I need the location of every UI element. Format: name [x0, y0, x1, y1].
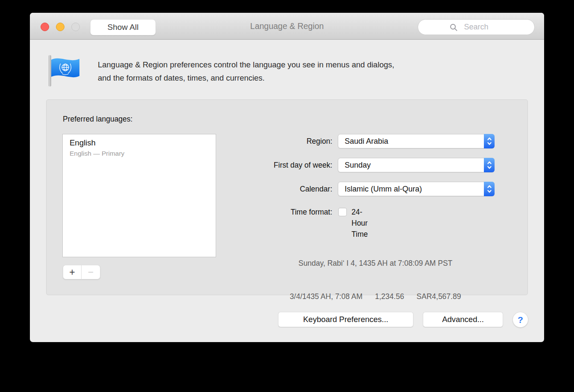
calendar-popup[interactable]: Islamic (Umm al-Qura)	[338, 182, 495, 196]
search-field[interactable]	[418, 19, 535, 35]
preferred-languages-label: Preferred languages:	[63, 115, 132, 124]
title-bar: Language & Region Show All	[30, 13, 544, 40]
keyboard-preferences-button[interactable]: Keyboard Preferences...	[278, 312, 413, 327]
calendar-value: Islamic (Umm al-Qura)	[345, 185, 422, 194]
popup-stepper-icon	[484, 182, 495, 196]
preferences-window: Language & Region Show All	[30, 13, 544, 342]
preview-numbers: 3/4/1435 AH, 7:08 AM 1,234.56 SAR4,567.8…	[252, 291, 499, 302]
close-button[interactable]	[41, 23, 49, 31]
settings-panel: Preferred languages: English English — P…	[46, 99, 528, 295]
zoom-button	[71, 23, 80, 31]
un-flag-icon	[47, 54, 84, 88]
first-day-popup[interactable]: Sunday	[338, 158, 495, 172]
first-day-value: Sunday	[345, 161, 371, 170]
minimize-button[interactable]	[56, 23, 64, 31]
intro-description: Language & Region preferences control th…	[98, 58, 508, 84]
languages-list[interactable]: English English — Primary	[62, 134, 216, 257]
24-hour-checkbox-label: 24-Hour Time	[351, 206, 368, 240]
add-language-button[interactable]: +	[63, 265, 82, 279]
intro-line-1: Language & Region preferences control th…	[98, 58, 508, 71]
preview-datetime: Sunday, Rabiʻ I 4, 1435 AH at 7:08:09 AM…	[252, 258, 499, 269]
time-format-label: Time format:	[226, 206, 332, 218]
format-preview: Sunday, Rabiʻ I 4, 1435 AH at 7:08:09 AM…	[252, 235, 499, 324]
popup-stepper-icon	[484, 134, 495, 148]
region-label: Region:	[226, 134, 332, 148]
region-popup[interactable]: Saudi Arabia	[338, 134, 495, 148]
show-all-button[interactable]: Show All	[90, 19, 156, 35]
list-item[interactable]: English English — Primary	[63, 134, 216, 157]
language-name: English	[70, 138, 216, 148]
intro-line-2: and the formats of dates, times, and cur…	[98, 71, 508, 84]
search-input[interactable]	[418, 20, 534, 35]
language-detail: English — Primary	[70, 150, 216, 157]
advanced-button[interactable]: Advanced...	[423, 312, 503, 327]
calendar-label: Calendar:	[226, 182, 332, 196]
region-value: Saudi Arabia	[345, 137, 388, 146]
remove-language-button[interactable]: −	[82, 265, 100, 279]
24-hour-checkbox[interactable]	[338, 208, 347, 216]
popup-stepper-icon	[484, 158, 495, 172]
list-edit-control: + −	[63, 265, 100, 279]
help-button[interactable]: ?	[512, 312, 528, 328]
window-controls	[41, 23, 80, 31]
first-day-label: First day of week:	[226, 158, 332, 172]
